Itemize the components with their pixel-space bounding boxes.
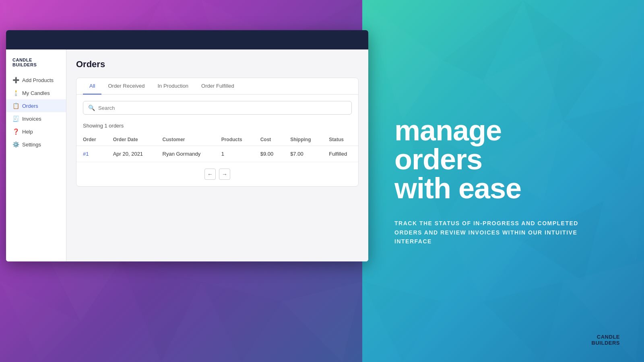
tab-order-received[interactable]: Order Received — [101, 78, 151, 95]
svg-marker-28 — [282, 282, 362, 362]
orders-icon: 📋 — [12, 103, 19, 109]
svg-marker-27 — [201, 282, 282, 362]
status-cell: Fulfilled — [322, 146, 358, 162]
pagination: ← → — [76, 162, 358, 186]
svg-marker-8 — [121, 261, 201, 362]
title-bar — [6, 30, 368, 49]
customer-cell: Ryan Gormandy — [156, 146, 215, 162]
tabs-bar: All Order Received In Production Order F… — [76, 78, 358, 95]
headline: manage orders with ease — [394, 116, 620, 203]
col-header-order: Order — [76, 134, 107, 146]
sidebar-item-label: Invoices — [22, 116, 41, 122]
bottom-logo: CANDLE BUILDERS — [592, 334, 620, 346]
search-wrap: 🔍 — [76, 95, 358, 121]
page-title: Orders — [76, 59, 359, 70]
sidebar-item-settings[interactable]: ⚙️ Settings — [6, 138, 66, 151]
plus-icon: ➕ — [12, 77, 19, 83]
search-box: 🔍 — [83, 101, 352, 115]
showing-count: Showing 1 orders — [76, 121, 358, 134]
table-row: #1 Apr 20, 2021 Ryan Gormandy 1 $9.00 $7… — [76, 146, 358, 162]
orders-card: All Order Received In Production Order F… — [76, 78, 359, 187]
shipping-cell: $7.00 — [284, 146, 322, 162]
bottom-logo-line2: BUILDERS — [592, 340, 620, 346]
sidebar-item-orders[interactable]: 📋 Orders — [6, 99, 66, 112]
col-header-shipping: Shipping — [284, 134, 322, 146]
sidebar-item-add-products[interactable]: ➕ Add Products — [6, 74, 66, 86]
help-icon: ❓ — [12, 128, 19, 135]
col-header-cost: Cost — [254, 134, 284, 146]
subtitle: TRACK THE STATUS OF IN-PROGRESS AND COMP… — [394, 219, 596, 246]
col-header-order-date: Order Date — [107, 134, 156, 146]
app-body: CANDLE BUILDERS ➕ Add Products 🕯️ My Can… — [6, 49, 368, 261]
search-input[interactable] — [98, 105, 347, 111]
prev-page-button[interactable]: ← — [204, 169, 216, 180]
col-header-products: Products — [215, 134, 254, 146]
sidebar-logo: CANDLE BUILDERS — [6, 53, 66, 74]
sidebar-item-invoices[interactable]: 🧾 Invoices — [6, 112, 66, 125]
sidebar-item-my-candles[interactable]: 🕯️ My Candles — [6, 86, 66, 99]
headline-line2: orders — [394, 143, 482, 175]
app-window: CANDLE BUILDERS ➕ Add Products 🕯️ My Can… — [6, 30, 368, 261]
headline-line1: manage — [394, 114, 502, 146]
sidebar: CANDLE BUILDERS ➕ Add Products 🕯️ My Can… — [6, 49, 66, 261]
right-panel: manage orders with ease TRACK THE STATUS… — [362, 0, 644, 362]
products-cell: 1 — [215, 146, 254, 162]
sidebar-item-label: Help — [22, 129, 33, 135]
order-link[interactable]: #1 — [83, 151, 89, 157]
main-content: Orders All Order Received In Production … — [66, 49, 368, 261]
col-header-customer: Customer — [156, 134, 215, 146]
tab-all[interactable]: All — [83, 78, 101, 95]
orders-table: Order Order Date Customer Products Cost … — [76, 134, 358, 162]
sidebar-item-label: My Candles — [22, 90, 50, 96]
sidebar-item-label: Settings — [22, 142, 41, 148]
tab-in-production[interactable]: In Production — [151, 78, 195, 95]
bottom-logo-line1: CANDLE — [592, 334, 620, 340]
logo-line2: BUILDERS — [12, 62, 60, 67]
invoices-icon: 🧾 — [12, 115, 19, 122]
next-page-button[interactable]: → — [219, 169, 230, 180]
candle-icon: 🕯️ — [12, 90, 19, 96]
sidebar-item-label: Add Products — [22, 77, 54, 83]
search-icon: 🔍 — [88, 105, 95, 111]
col-header-status: Status — [322, 134, 358, 146]
tab-order-fulfilled[interactable]: Order Fulfilled — [195, 78, 241, 95]
headline-line3: with ease — [394, 172, 521, 204]
sidebar-item-label: Orders — [22, 103, 38, 109]
logo-line1: CANDLE — [12, 58, 60, 62]
gear-icon: ⚙️ — [12, 141, 19, 148]
sidebar-item-help[interactable]: ❓ Help — [6, 125, 66, 138]
order-date-cell: Apr 20, 2021 — [107, 146, 156, 162]
order-id-cell[interactable]: #1 — [76, 146, 107, 162]
cost-cell: $9.00 — [254, 146, 284, 162]
